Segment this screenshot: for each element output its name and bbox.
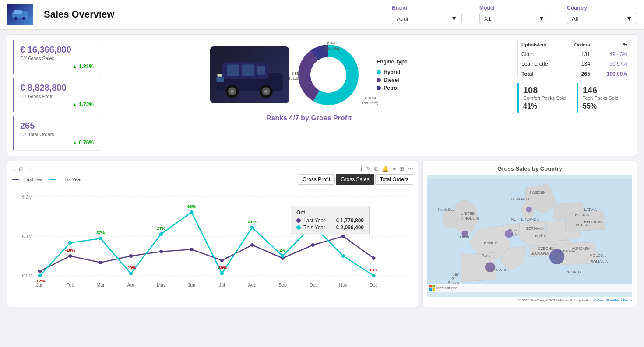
tooltip-this-year-value: € 2,066,400 xyxy=(336,224,364,231)
comfort-pack-number: 108 xyxy=(523,85,567,95)
kpi-gross-sales-label: CY Gross Sales xyxy=(20,56,94,61)
filter2-icon[interactable]: ≡ xyxy=(392,165,396,172)
last-year-line xyxy=(40,236,373,271)
svg-text:SLOVAKIA: SLOVAKIA xyxy=(531,251,549,256)
map-svg: UNITED KINGDOM London NETHERLANDS GERMAN… xyxy=(427,175,632,297)
svg-point-78 xyxy=(443,210,457,228)
svg-text:ROMANIA: ROMANIA xyxy=(590,259,608,264)
info-icon[interactable]: ℹ xyxy=(360,165,362,172)
svg-text:LITHUANIA: LITHUANIA xyxy=(570,213,589,217)
country-dropdown-arrow: ▼ xyxy=(626,15,632,22)
chart-tab-buttons: Gross Profit Gross Sales Total Orders xyxy=(298,174,413,185)
brand-filter: Brand Audi ▼ xyxy=(392,5,462,24)
svg-text:-12%: -12% xyxy=(35,279,45,283)
kpi-gross-profit-value: € 8,828,800 xyxy=(20,83,94,93)
kpi-total-orders-label: CY Total Orders xyxy=(20,132,94,137)
svg-text:Nov: Nov xyxy=(339,283,348,287)
kpi-total-orders-change: 0.76% xyxy=(20,140,94,146)
grid-icon[interactable]: ⊞ xyxy=(19,166,24,172)
svg-text:Aug: Aug xyxy=(248,283,257,287)
svg-rect-122 xyxy=(432,285,435,288)
brand-label: Brand xyxy=(392,5,462,11)
main-content: € 16,366,800 CY Gross Sales 1.21% € 8,82… xyxy=(0,30,644,312)
svg-rect-16 xyxy=(218,74,222,77)
diesel-label: Diesel xyxy=(384,77,399,83)
tech-pack-pct: 55% xyxy=(583,102,627,110)
table-row: Leatherette 134 50.57% xyxy=(518,59,631,69)
legend-this-year-label: This Year xyxy=(62,177,82,182)
svg-text:Paris: Paris xyxy=(482,253,490,258)
svg-text:€ 1M: € 1M xyxy=(22,234,32,239)
more2-icon[interactable]: ⋯ xyxy=(408,165,413,172)
svg-point-62 xyxy=(372,274,376,277)
svg-text:Berlin: Berlin xyxy=(535,234,545,238)
brand-value: Audi xyxy=(397,15,408,22)
svg-rect-123 xyxy=(429,288,432,291)
svg-point-59 xyxy=(281,254,285,258)
center-area: € 2M(10.14%) € 5M(31.6...) € 10M(58.25%)… xyxy=(105,40,513,151)
tooltip-this-year-dot xyxy=(296,225,301,230)
upholstery-cloth-orders: 131 xyxy=(563,49,594,60)
kpi-gross-sales-value: € 16,366,800 xyxy=(20,45,94,55)
filter-group: Brand Audi ▼ Model X1 ▼ Country All ▼ xyxy=(392,5,637,24)
svg-text:LATVIA: LATVIA xyxy=(584,207,597,212)
svg-text:MOLDO...: MOLDO... xyxy=(590,253,607,258)
kpi-gross-sales-change: 1.21% xyxy=(20,63,94,70)
svg-text:of: of xyxy=(451,276,455,280)
map-bubble-denmark xyxy=(526,207,531,212)
tech-pack-label: Tech Packs Sold xyxy=(583,95,627,101)
country-value: All xyxy=(572,15,578,22)
line-chart-container: ≡ ⊞ ⋯ ℹ ✎ ⧉ 🔔 ≡ ⊞ ⋯ Last Year xyxy=(7,161,418,307)
tab-gross-sales[interactable]: Gross Sales xyxy=(336,174,374,185)
svg-text:-61%: -61% xyxy=(369,268,379,272)
upholstery-col-pct: % xyxy=(594,40,631,49)
svg-point-20 xyxy=(312,58,345,91)
svg-point-50 xyxy=(372,256,376,260)
chart-legend: Last Year This Year xyxy=(12,177,82,182)
bell-icon[interactable]: 🔔 xyxy=(382,165,389,172)
svg-text:GERMANY: GERMANY xyxy=(525,226,545,231)
tooltip-last-year-value: € 1,770,800 xyxy=(336,217,364,224)
comfort-pack-pct: 41% xyxy=(523,102,567,110)
logo xyxy=(7,4,33,25)
pencil-icon[interactable]: ✎ xyxy=(366,165,371,172)
copy-icon[interactable]: ⧉ xyxy=(374,165,378,172)
kpi-total-orders: 265 CY Total Orders 0.76% xyxy=(13,116,100,151)
map-container: Gross Sales by Country xyxy=(422,161,637,307)
svg-text:37%: 37% xyxy=(96,231,105,235)
kpi-gross-sales: € 16,366,800 CY Gross Sales 1.21% xyxy=(13,40,100,74)
brand-select[interactable]: Audi ▼ xyxy=(392,13,462,24)
country-select[interactable]: All ▼ xyxy=(567,13,637,24)
svg-text:May: May xyxy=(157,283,166,287)
svg-text:41%: 41% xyxy=(248,220,257,224)
legend-this-year-line xyxy=(49,179,56,180)
kpi-gross-profit-label: CY Gross Profit xyxy=(20,94,94,99)
model-select[interactable]: X1 ▼ xyxy=(479,13,549,24)
tooltip-last-year-row: Last Year € 1,770,800 xyxy=(296,217,364,224)
filter-icon[interactable]: ≡ xyxy=(12,166,15,172)
svg-text:HUNGARY: HUNGARY xyxy=(572,246,591,251)
svg-text:-20%: -20% xyxy=(126,266,136,270)
svg-rect-15 xyxy=(217,77,224,82)
more-icon[interactable]: ⋯ xyxy=(27,166,33,172)
svg-point-39 xyxy=(38,270,42,273)
svg-text:SWEDEN: SWEDEN xyxy=(529,190,546,195)
diesel-dot xyxy=(377,78,381,82)
openstreetmap-link[interactable]: © OpenStreetMap xyxy=(594,298,622,302)
hybrid-dot xyxy=(377,70,381,74)
svg-point-51 xyxy=(38,274,42,277)
tooltip-this-year-row: This Year € 2,066,400 xyxy=(296,224,364,231)
petrol-label: Petrol xyxy=(384,85,398,91)
tab-total-orders[interactable]: Total Orders xyxy=(375,174,413,185)
map-attribution: © 2024 TomTom, © 2024 Microsoft Corporat… xyxy=(427,298,632,302)
terms-link[interactable]: Terms xyxy=(623,298,632,302)
svg-point-61 xyxy=(341,254,345,258)
tooltip-last-year-dot xyxy=(296,218,301,223)
tab-gross-profit[interactable]: Gross Profit xyxy=(298,174,335,185)
svg-rect-7 xyxy=(242,64,254,76)
map-bubble-france xyxy=(485,262,495,272)
svg-text:Bay: Bay xyxy=(452,272,459,277)
bottom-panel: ≡ ⊞ ⋯ ℹ ✎ ⧉ 🔔 ≡ ⊞ ⋯ Last Year xyxy=(7,161,637,307)
map-bubble-benelux xyxy=(505,230,513,238)
grid2-icon[interactable]: ⊞ xyxy=(399,165,404,172)
